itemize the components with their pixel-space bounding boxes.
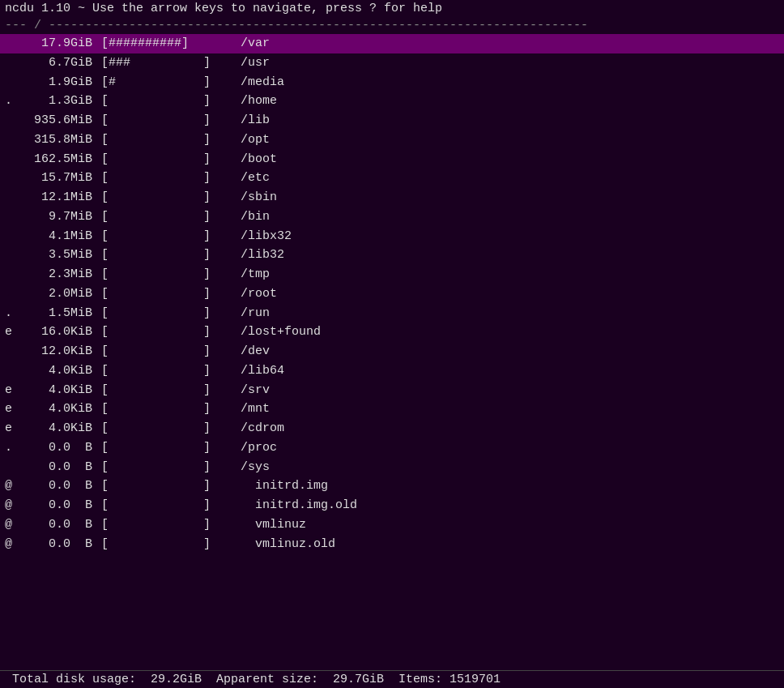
item-name: /opt bbox=[233, 131, 270, 149]
item-size: 315.8MiB bbox=[19, 131, 92, 149]
rows-container: 17.9GiB [##########] /var6.7GiB [### ] /… bbox=[0, 34, 784, 553]
item-prefix: @ bbox=[5, 536, 19, 553]
list-item[interactable]: 15.7MiB [ ] /etc bbox=[0, 169, 784, 188]
item-bar: [ ] bbox=[94, 497, 232, 515]
item-prefix bbox=[5, 228, 19, 246]
item-size: 6.7GiB bbox=[19, 54, 92, 72]
item-prefix: e bbox=[5, 323, 19, 341]
list-item[interactable]: 12.1MiB [ ] /sbin bbox=[0, 188, 784, 207]
list-item[interactable]: 315.8MiB [ ] /opt bbox=[0, 130, 784, 150]
item-size: 1.3GiB bbox=[19, 92, 92, 110]
item-size: 0.0 B bbox=[19, 439, 92, 457]
list-item[interactable]: .0.0 B [ ] /proc bbox=[0, 438, 784, 458]
item-prefix bbox=[5, 208, 19, 226]
item-prefix bbox=[5, 362, 19, 380]
item-bar: [ ] bbox=[94, 208, 232, 226]
item-name: /lib64 bbox=[233, 362, 284, 380]
item-prefix bbox=[5, 54, 19, 72]
item-prefix: e bbox=[5, 382, 19, 400]
item-prefix bbox=[5, 285, 19, 303]
header: ncdu 1.10 ~ Use the arrow keys to naviga… bbox=[0, 0, 784, 17]
item-name: /dev bbox=[233, 343, 270, 361]
footer: Total disk usage: 29.2GiB Apparent size:… bbox=[0, 670, 784, 688]
item-name: vmlinuz.old bbox=[233, 536, 335, 553]
item-name: /usr bbox=[233, 54, 270, 72]
item-bar: [ ] bbox=[94, 305, 232, 323]
list-item[interactable]: @0.0 B [ ] initrd.img bbox=[0, 476, 784, 496]
terminal: ncdu 1.10 ~ Use the arrow keys to naviga… bbox=[0, 0, 784, 688]
item-size: 9.7MiB bbox=[19, 208, 92, 226]
list-item[interactable]: 0.0 B [ ] /sys bbox=[0, 458, 784, 477]
list-item[interactable]: 17.9GiB [##########] /var bbox=[0, 34, 784, 53]
list-item[interactable]: 12.0KiB [ ] /dev bbox=[0, 342, 784, 361]
item-prefix bbox=[5, 151, 19, 169]
item-prefix bbox=[5, 74, 19, 92]
item-size: 17.9GiB bbox=[19, 35, 92, 53]
list-item[interactable]: 3.5MiB [ ] /lib32 bbox=[0, 246, 784, 265]
item-prefix bbox=[5, 343, 19, 361]
item-bar: [ ] bbox=[94, 285, 232, 303]
list-item[interactable]: .1.3GiB [ ] /home bbox=[0, 92, 784, 111]
list-item[interactable]: .1.5MiB [ ] /run bbox=[0, 304, 784, 323]
item-prefix: @ bbox=[5, 516, 19, 534]
list-item[interactable]: @0.0 B [ ] initrd.img.old bbox=[0, 496, 784, 515]
separator: --- / ----------------------------------… bbox=[0, 17, 784, 34]
item-name: /lib32 bbox=[233, 246, 284, 264]
list-item[interactable]: 935.6MiB [ ] /lib bbox=[0, 111, 784, 130]
list-item[interactable]: e4.0KiB [ ] /cdrom bbox=[0, 419, 784, 438]
item-prefix: . bbox=[5, 92, 19, 110]
item-size: 12.0KiB bbox=[19, 343, 92, 361]
item-name: /home bbox=[233, 92, 277, 110]
item-size: 2.0MiB bbox=[19, 285, 92, 303]
item-bar: [### ] bbox=[94, 54, 232, 72]
list-item[interactable]: @0.0 B [ ] vmlinuz bbox=[0, 515, 784, 535]
item-name: initrd.img.old bbox=[233, 497, 357, 515]
item-size: 4.1MiB bbox=[19, 228, 92, 246]
item-bar: [ ] bbox=[94, 92, 232, 110]
item-bar: [ ] bbox=[94, 477, 232, 495]
list-item[interactable]: 6.7GiB [### ] /usr bbox=[0, 53, 784, 73]
item-bar: [ ] bbox=[94, 439, 232, 457]
list-item[interactable]: 4.1MiB [ ] /libx32 bbox=[0, 227, 784, 246]
item-prefix: e bbox=[5, 420, 19, 438]
item-size: 15.7MiB bbox=[19, 169, 92, 187]
item-size: 4.0KiB bbox=[19, 362, 92, 380]
item-size: 12.1MiB bbox=[19, 189, 92, 207]
item-bar: [ ] bbox=[94, 189, 232, 207]
list-item[interactable]: 4.0KiB [ ] /lib64 bbox=[0, 361, 784, 381]
item-bar: [ ] bbox=[94, 112, 232, 130]
list-item[interactable]: e4.0KiB [ ] /mnt bbox=[0, 400, 784, 419]
item-bar: [# ] bbox=[94, 74, 232, 92]
list-item[interactable]: 162.5MiB [ ] /boot bbox=[0, 150, 784, 169]
list-item[interactable]: e16.0KiB [ ] /lost+found bbox=[0, 323, 784, 342]
item-name: /sys bbox=[233, 459, 270, 476]
item-bar: [ ] bbox=[94, 131, 232, 149]
item-prefix: . bbox=[5, 439, 19, 457]
item-size: 16.0KiB bbox=[19, 323, 92, 341]
item-bar: [ ] bbox=[94, 266, 232, 284]
item-size: 0.0 B bbox=[19, 477, 92, 495]
item-name: /lib bbox=[233, 112, 270, 130]
item-bar: [ ] bbox=[94, 420, 232, 438]
list-item[interactable]: 2.3MiB [ ] /tmp bbox=[0, 265, 784, 284]
item-name: /lost+found bbox=[233, 323, 321, 341]
list-item[interactable]: 2.0MiB [ ] /root bbox=[0, 284, 784, 304]
item-bar: [ ] bbox=[94, 228, 232, 246]
item-name: initrd.img bbox=[233, 477, 328, 495]
item-prefix bbox=[5, 266, 19, 284]
list-item[interactable]: @0.0 B [ ] vmlinuz.old bbox=[0, 535, 784, 554]
item-name: vmlinuz bbox=[233, 516, 306, 534]
list-item[interactable]: 9.7MiB [ ] /bin bbox=[0, 207, 784, 227]
item-size: 0.0 B bbox=[19, 497, 92, 515]
list-item[interactable]: e4.0KiB [ ] /srv bbox=[0, 381, 784, 400]
item-bar: [ ] bbox=[94, 362, 232, 380]
item-prefix: @ bbox=[5, 477, 19, 495]
list-item[interactable]: 1.9GiB [# ] /media bbox=[0, 73, 784, 92]
item-size: 4.0KiB bbox=[19, 420, 92, 438]
item-name: /libx32 bbox=[233, 228, 292, 246]
item-name: /sbin bbox=[233, 189, 277, 207]
item-size: 0.0 B bbox=[19, 459, 92, 476]
item-bar: [ ] bbox=[94, 246, 232, 264]
item-size: 0.0 B bbox=[19, 516, 92, 534]
item-bar: [ ] bbox=[94, 536, 232, 553]
